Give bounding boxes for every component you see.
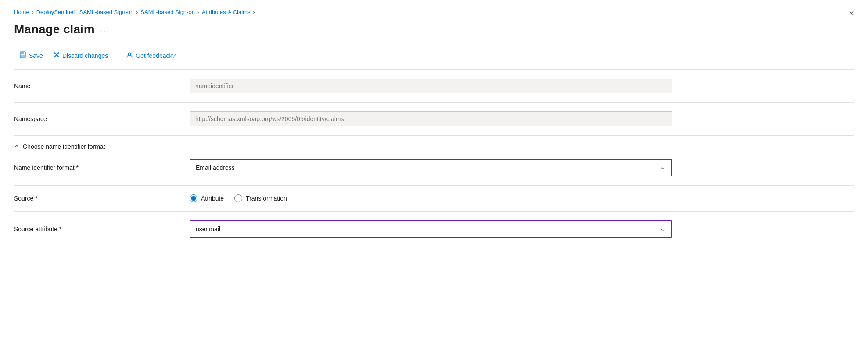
section-header-label: Choose name identifier format: [23, 143, 105, 150]
name-input[interactable]: [190, 79, 672, 93]
close-button[interactable]: ×: [849, 9, 854, 18]
namespace-label: Namespace: [14, 115, 190, 122]
source-attribute-option[interactable]: Attribute: [190, 194, 224, 202]
source-attribute-label: Attribute: [201, 195, 224, 202]
more-options-button[interactable]: ...: [100, 25, 110, 35]
name-id-format-control: Email address Persistent Transient Windo…: [190, 159, 672, 176]
section-toggle[interactable]: Choose name identifier format: [14, 143, 854, 150]
breadcrumb-attributes-claims[interactable]: Attributes & Claims: [202, 9, 251, 15]
toolbar-separator: [117, 50, 117, 61]
source-attribute-label: Source attribute *: [14, 226, 190, 233]
source-attribute-wrapper: user.mail user.userprincipalname user.gi…: [190, 220, 672, 238]
name-id-format-wrapper: Email address Persistent Transient Windo…: [190, 159, 672, 176]
source-row: Source * Attribute Transformation: [14, 186, 854, 212]
page-container: Home › DeploySentinel | SAML-based Sign-…: [0, 0, 868, 261]
source-label: Source *: [14, 195, 190, 202]
name-label: Name: [14, 83, 190, 90]
source-control: Attribute Transformation: [190, 194, 672, 202]
feedback-label: Got feedback?: [136, 52, 176, 59]
source-attribute-radio[interactable]: [190, 194, 197, 202]
source-transformation-label: Transformation: [246, 195, 287, 202]
save-label: Save: [29, 52, 43, 59]
breadcrumb-sep-4: ›: [253, 9, 255, 15]
name-control: [190, 79, 672, 93]
source-attribute-select[interactable]: user.mail user.userprincipalname user.gi…: [190, 220, 672, 238]
source-attribute-row: Source attribute * user.mail user.userpr…: [14, 212, 854, 247]
feedback-icon: [126, 51, 133, 60]
chevron-up-icon: [14, 143, 19, 150]
breadcrumb-saml-sign-on[interactable]: SAML-based Sign-on: [140, 9, 195, 15]
source-transformation-option[interactable]: Transformation: [234, 194, 287, 202]
breadcrumb-sep-3: ›: [197, 9, 199, 15]
name-id-format-row: Name identifier format * Email address P…: [14, 152, 854, 186]
breadcrumb-sep-1: ›: [32, 9, 34, 15]
save-button[interactable]: Save: [14, 49, 48, 62]
source-attribute-control: user.mail user.userprincipalname user.gi…: [190, 220, 672, 238]
discard-label: Discard changes: [62, 52, 108, 59]
breadcrumb: Home › DeploySentinel | SAML-based Sign-…: [14, 9, 854, 15]
page-title: Manage claim: [14, 22, 95, 36]
discard-button[interactable]: Discard changes: [48, 49, 113, 62]
name-id-format-select[interactable]: Email address Persistent Transient Windo…: [190, 159, 672, 176]
form-section: Name Namespace Choose name identifier fo…: [14, 70, 854, 247]
namespace-row: Namespace: [14, 103, 854, 136]
source-radio-group: Attribute Transformation: [190, 194, 672, 202]
name-row: Name: [14, 70, 854, 103]
breadcrumb-sep-2: ›: [136, 9, 138, 15]
svg-rect-1: [21, 52, 24, 54]
save-icon: [19, 51, 26, 60]
namespace-control: [190, 111, 672, 126]
svg-rect-2: [21, 55, 25, 57]
name-id-format-label: Name identifier format *: [14, 164, 190, 171]
name-identifier-section: Choose name identifier format Name ident…: [14, 136, 854, 186]
discard-icon: [54, 52, 60, 59]
breadcrumb-deploy-sentinel[interactable]: DeploySentinel | SAML-based Sign-on: [36, 9, 134, 15]
toolbar: Save Discard changes Got feedback: [14, 49, 854, 70]
feedback-button[interactable]: Got feedback?: [121, 49, 181, 62]
title-row: Manage claim ...: [14, 22, 854, 36]
namespace-input[interactable]: [190, 111, 672, 126]
breadcrumb-home[interactable]: Home: [14, 9, 29, 15]
source-transformation-radio[interactable]: [234, 194, 242, 202]
